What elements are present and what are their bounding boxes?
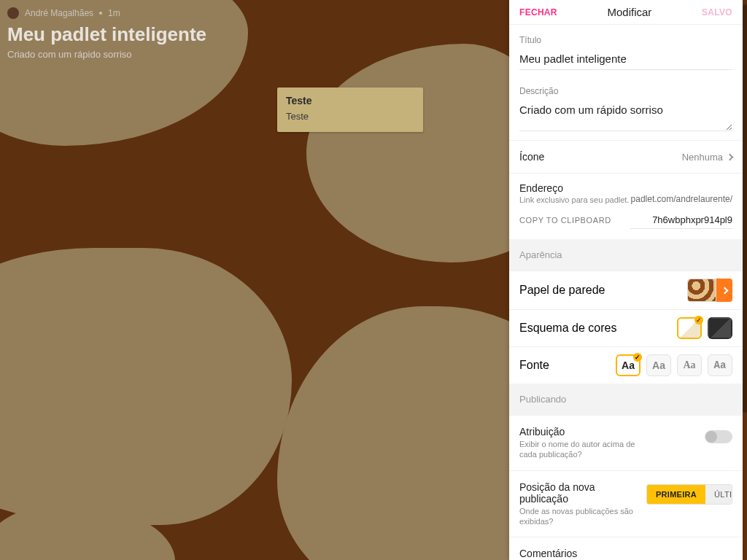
- post-card[interactable]: Teste Teste: [277, 88, 423, 132]
- address-slug-input[interactable]: [630, 211, 732, 229]
- chevron-right-icon: [727, 153, 734, 160]
- separator-dot: [99, 12, 102, 15]
- author-name: André Magalhães: [25, 8, 93, 18]
- font-glyph: Aa: [714, 359, 727, 371]
- new-post-position-label: Posição da nova publicação: [519, 481, 639, 505]
- check-icon: ✓: [694, 316, 703, 324]
- icon-label: Ícone: [519, 151, 544, 163]
- font-glyph: Aa: [652, 359, 665, 371]
- new-post-position-sub: Onde as novas publicações são exibidas?: [519, 506, 639, 527]
- address-label: Endereço: [519, 182, 629, 194]
- author-avatar: [7, 7, 19, 19]
- saved-status: SALVO: [702, 7, 732, 18]
- new-post-last-button[interactable]: ÚLTIMA: [705, 485, 732, 504]
- panel-title: Modificar: [608, 6, 652, 18]
- wallpaper-row[interactable]: Papel de parede: [509, 271, 743, 309]
- publishing-section-header: Publicando: [509, 384, 743, 415]
- appearance-section-header: Aparência: [509, 239, 743, 271]
- description-label: Descrição: [519, 86, 732, 96]
- icon-value: Nenhuma: [682, 152, 723, 163]
- modify-panel: FECHAR Modificar SALVO Título Descrição …: [509, 0, 743, 560]
- window-scrollbar[interactable]: [743, 0, 747, 560]
- post-card-title: Teste: [286, 95, 414, 106]
- attribution-toggle[interactable]: [705, 430, 732, 443]
- font-label: Fonte: [519, 359, 549, 372]
- address-sub: Link exclusivo para seu padlet.: [519, 195, 629, 204]
- attribution-label: Atribuição: [519, 426, 651, 438]
- color-scheme-light[interactable]: ✓: [677, 317, 702, 339]
- icon-row[interactable]: Ícone Nenhuma: [509, 140, 743, 173]
- new-post-first-button[interactable]: PRIMEIRA: [647, 485, 705, 504]
- post-card-body: Teste: [286, 111, 414, 122]
- description-input[interactable]: [519, 99, 732, 131]
- wallpaper-label: Papel de parede: [519, 284, 605, 297]
- attribution-sub: Exibir o nome do autor acima de cada pub…: [519, 439, 651, 460]
- font-option-1[interactable]: ✓Aa: [616, 354, 640, 376]
- font-option-4[interactable]: Aa: [708, 354, 732, 376]
- title-input[interactable]: [519, 48, 732, 70]
- board-header: André Magalhães 1m Meu padlet inteligent…: [7, 7, 206, 60]
- close-button[interactable]: FECHAR: [519, 7, 557, 18]
- title-label: Título: [519, 35, 732, 45]
- color-scheme-label: Esquema de cores: [519, 322, 616, 335]
- new-post-position-segmented: PRIMEIRA ÚLTIMA: [646, 484, 732, 505]
- font-glyph: Aa: [683, 359, 695, 371]
- board-title: Meu padlet inteligente: [7, 23, 206, 46]
- post-time: 1m: [108, 8, 120, 18]
- font-glyph: Aa: [622, 359, 635, 371]
- panel-scroll[interactable]: Título Descrição Ícone Nenhuma Endereço: [509, 25, 743, 560]
- board-subtitle: Criado com um rápido sorriso: [7, 49, 206, 60]
- color-scheme-dark[interactable]: [708, 317, 732, 339]
- chevron-right-icon: [721, 287, 728, 294]
- font-option-2[interactable]: Aa: [646, 354, 671, 376]
- copy-to-clipboard-button[interactable]: COPY TO CLIPBOARD: [519, 216, 611, 225]
- wallpaper-thumb: [687, 279, 716, 302]
- check-icon: ✓: [633, 353, 642, 362]
- address-domain: padlet.com/andrelaurente/: [631, 194, 732, 204]
- comments-label: Comentários: [519, 548, 577, 559]
- font-option-3[interactable]: Aa: [677, 354, 702, 376]
- wallpaper-open-button[interactable]: [716, 279, 732, 302]
